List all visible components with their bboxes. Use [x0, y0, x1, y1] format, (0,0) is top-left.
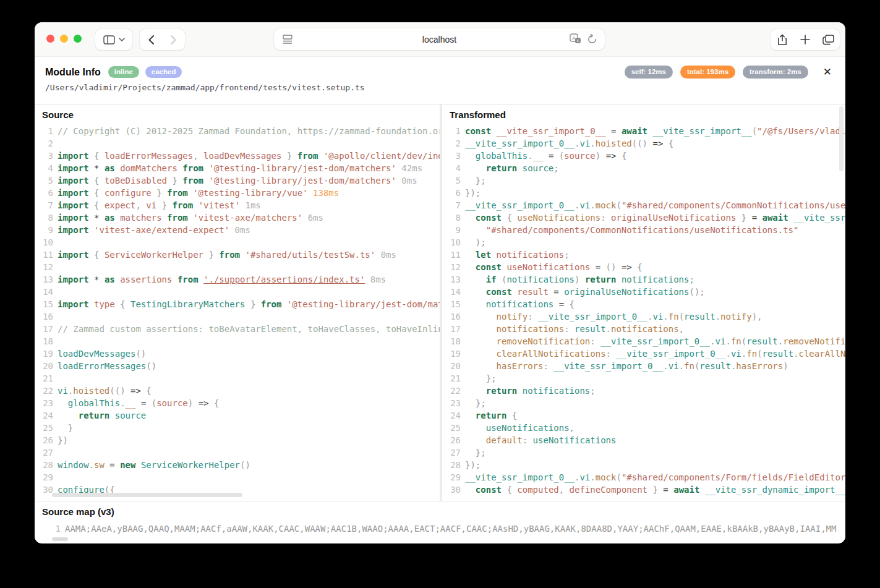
sourcemap-code: 1AAMA;AAeA,yBAAG,QAAQ,MAAM;AACf,aAAW,KAA… [42, 521, 845, 535]
transformed-pane[interactable]: Transformed 1const __vite_ssr_import_0__… [442, 104, 845, 501]
code-token: . [716, 312, 720, 322]
code-line: 27 [35, 446, 440, 459]
code-token: __vite_ssr_dynamic_import__ [699, 485, 845, 495]
code-token: () [606, 262, 622, 272]
code-token: "#shared/components/CommonNotifications/… [486, 225, 799, 235]
code-line: 10 ); [442, 236, 845, 249]
line-number: 14 [442, 286, 461, 298]
code-token: vi [146, 200, 156, 210]
code-token: = [549, 287, 564, 297]
line-number: 5 [35, 174, 53, 187]
code-link[interactable]: './support/assertions/index.ts' [203, 275, 365, 284]
reload-icon[interactable] [587, 34, 597, 45]
code-token: useNotifications [502, 262, 590, 272]
code-token: '#shared/utils/testSw.ts' [245, 250, 375, 260]
code-token: . [590, 200, 595, 210]
code-line: 2 [35, 137, 440, 150]
code-line: 20 hasErrors: __vite_ssr_import_0__.vi.f… [442, 360, 845, 372]
close-window-button[interactable] [46, 35, 54, 43]
code-token: __ [126, 398, 136, 408]
line-number: 13 [35, 273, 53, 286]
code-token [465, 386, 486, 396]
source-pane[interactable]: Source 1// Copyright (C) 2012-2025 Zamma… [35, 104, 440, 501]
code-token: ) [596, 151, 606, 161]
code-panes: Source 1// Copyright (C) 2012-2025 Zamma… [35, 104, 845, 501]
translate-icon[interactable]: Ax [570, 33, 581, 45]
line-number: 1 [42, 522, 61, 535]
code-token: return [486, 163, 518, 173]
code-token: 8ms [365, 275, 386, 284]
new-tab-button[interactable] [793, 29, 816, 50]
line-number: 10 [35, 236, 53, 249]
code-token: { [502, 213, 517, 223]
code-text: import * as matchers from 'vitest-axe/ma… [53, 211, 440, 224]
code-token [162, 213, 167, 223]
address-bar[interactable]: localhost Ax [274, 28, 605, 50]
code-line: 27 }; [442, 446, 845, 459]
forward-button[interactable] [163, 29, 186, 50]
code-token: { [89, 188, 105, 198]
code-token: const [476, 262, 502, 272]
close-panel-button[interactable]: ✕ [823, 67, 832, 77]
code-token: toBeDisabled [105, 176, 167, 185]
code-token: from [261, 299, 282, 309]
code-token [465, 324, 497, 334]
back-button[interactable] [140, 29, 163, 50]
tab-overview-button[interactable] [817, 29, 840, 50]
code-token: () [240, 460, 250, 470]
code-token: const [476, 485, 502, 495]
code-line: 12 const useNotifications = () => { [442, 261, 845, 273]
code-token: = [543, 151, 558, 161]
code-text: notifications = { [461, 298, 845, 310]
code-text: __vite_ssr_import_0__.vi.hoisted(() => { [461, 137, 845, 150]
sourcemap-horizontal-scrollbar[interactable] [52, 537, 68, 541]
code-token: 0ms [375, 250, 396, 260]
share-button[interactable] [771, 29, 793, 50]
line-number: 25 [442, 422, 461, 434]
code-text: const { computed, defineComponent } = aw… [461, 484, 845, 496]
page-title: Module Info [45, 67, 101, 78]
code-text [53, 286, 440, 298]
code-token: useNotifications [486, 423, 570, 433]
code-token: source [156, 398, 188, 408]
code-token: . [778, 336, 783, 346]
code-token: __ [533, 151, 544, 161]
fullscreen-window-button[interactable] [74, 35, 82, 43]
code-token: loadErrorMessages [105, 151, 193, 161]
source-horizontal-scrollbar[interactable] [52, 493, 242, 497]
code-token [58, 411, 79, 420]
code-token: => [652, 138, 668, 148]
code-token: { [570, 299, 575, 309]
code-line: 11import { ServiceWorkerHelper } from '#… [35, 249, 440, 261]
code-token: { [506, 411, 517, 420]
inline-badge: inline [108, 66, 139, 78]
code-token: result [575, 324, 606, 334]
code-token: : [564, 324, 575, 334]
code-line: 25 } [35, 422, 440, 434]
code-token: ( [497, 275, 507, 284]
line-number: 8 [442, 211, 461, 224]
code-token: notifications [491, 250, 564, 260]
reader-view-icon[interactable] [282, 34, 293, 45]
code-token: from [219, 250, 240, 260]
minimize-window-button[interactable] [60, 35, 68, 43]
code-line: 16 notify: __vite_ssr_import_0__.vi.fn(r… [442, 310, 845, 323]
code-token: result [746, 336, 778, 346]
code-token: window [58, 460, 89, 470]
code-token: TestingLibraryMatchers [130, 299, 245, 309]
sidebar-toggle-button[interactable] [95, 29, 132, 50]
code-token: , [570, 423, 575, 433]
code-token: . [89, 460, 94, 470]
code-token: . [120, 398, 125, 408]
code-token: . [606, 324, 611, 334]
code-token: ( [616, 472, 621, 482]
code-token: from [167, 188, 188, 198]
vertical-scrollbar[interactable] [839, 106, 844, 171]
code-text [53, 335, 440, 347]
code-text: } [53, 422, 440, 434]
line-number: 17 [442, 323, 461, 335]
code-text: notify: __vite_ssr_import_0__.vi.fn(resu… [461, 310, 845, 323]
code-token: : [528, 312, 538, 322]
code-token: return [585, 275, 617, 284]
code-token: result [512, 287, 549, 297]
